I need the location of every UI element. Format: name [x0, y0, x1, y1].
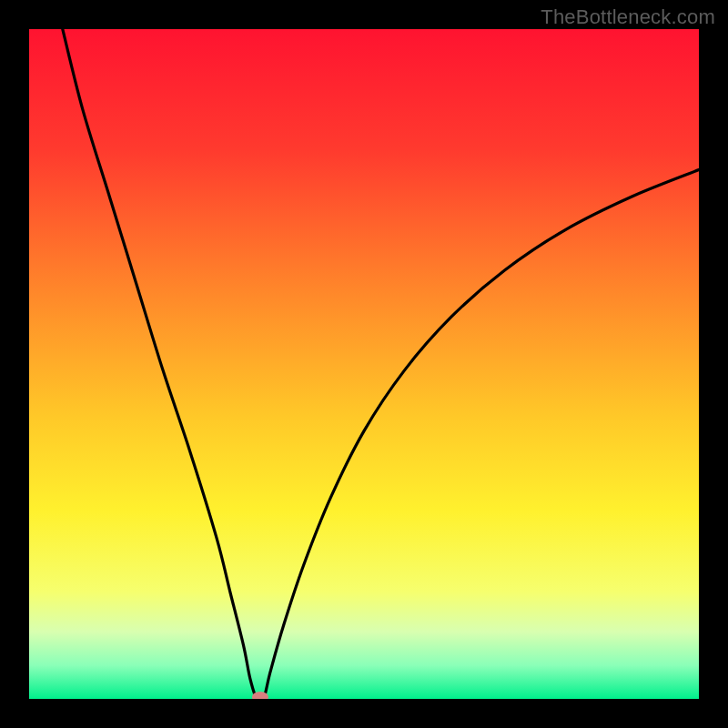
chart-svg: [29, 29, 699, 699]
gradient-background: [29, 29, 699, 699]
watermark-text: TheBottleneck.com: [541, 5, 715, 29]
chart-frame: TheBottleneck.com: [0, 0, 728, 728]
plot-area: [29, 29, 699, 699]
